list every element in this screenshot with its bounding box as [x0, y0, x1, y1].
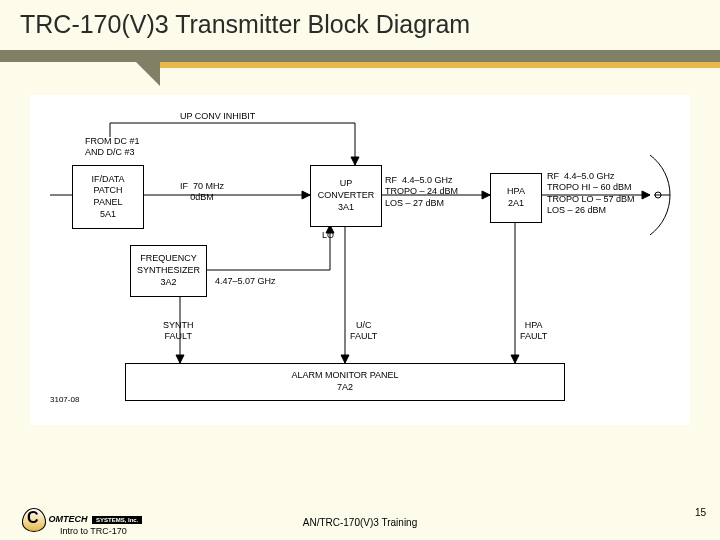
l: UP: [311, 178, 381, 190]
l: 3A1: [311, 202, 381, 214]
note-post-upconv: RF 4.4–5.0 GHz TROPO – 24 dBM LOS – 27 d…: [385, 175, 458, 209]
page-title: TRC-170(V)3 Transmitter Block Diagram: [12, 6, 478, 43]
l: 5A1: [73, 209, 143, 221]
block-patch-panel: IF/DATA PATCH PANEL 5A1: [72, 165, 144, 229]
svg-marker-6: [642, 191, 650, 199]
block-upconverter: UP CONVERTER 3A1: [310, 165, 382, 227]
svg-marker-13: [176, 355, 184, 363]
l: HPA: [491, 186, 541, 198]
note-from-dc: FROM DC #1 AND D/C #3: [85, 136, 140, 159]
l: 3A2: [131, 277, 206, 289]
note-post-hpa: RF 4.4–5.0 GHz TROPO HI – 60 dBM TROPO L…: [547, 171, 635, 216]
block-hpa: HPA 2A1: [490, 173, 542, 223]
l: IF/DATA: [73, 174, 143, 186]
svg-marker-17: [511, 355, 519, 363]
block-diagram-figure: IF/DATA PATCH PANEL 5A1 FREQUENCY SYNTHE…: [30, 95, 690, 425]
note-lo-freq: 4.47–5.07 GHz: [215, 276, 276, 287]
note-lo: LO: [322, 230, 334, 241]
svg-marker-18: [351, 157, 359, 165]
l: 7A2: [126, 382, 564, 394]
page-number: 15: [695, 507, 706, 518]
header-rule-dark: [0, 50, 720, 62]
note-upconv-inhibit: UP CONV INHIBIT: [180, 111, 255, 122]
l: CONVERTER: [311, 190, 381, 202]
l: PANEL: [73, 197, 143, 209]
svg-marker-4: [482, 191, 490, 199]
l: SYNTHESIZER: [131, 265, 206, 277]
footer-center-text: AN/TRC-170(V)3 Training: [0, 517, 720, 528]
l: ALARM MONITOR PANEL: [126, 370, 564, 382]
l: FREQUENCY: [131, 253, 206, 265]
slide-footer: C OMTECH SYSTEMS, Inc. Intro to TRC-170 …: [0, 485, 720, 540]
note-if-70mhz: IF 70 MHz 0dBM: [180, 181, 224, 204]
header-triangle: [136, 62, 160, 86]
l: 2A1: [491, 198, 541, 210]
note-uc-fault: U/C FAULT: [350, 320, 377, 343]
svg-marker-15: [341, 355, 349, 363]
block-synth: FREQUENCY SYNTHESIZER 3A2: [130, 245, 207, 297]
header-rule-gold: [160, 62, 720, 68]
l: PATCH: [73, 185, 143, 197]
block-alarm-panel: ALARM MONITOR PANEL 7A2: [125, 363, 565, 401]
note-hpa-fault: HPA FAULT: [520, 320, 547, 343]
svg-marker-2: [302, 191, 310, 199]
note-synth-fault: SYNTH FAULT: [163, 320, 194, 343]
figure-number: 3107-08: [50, 395, 79, 405]
